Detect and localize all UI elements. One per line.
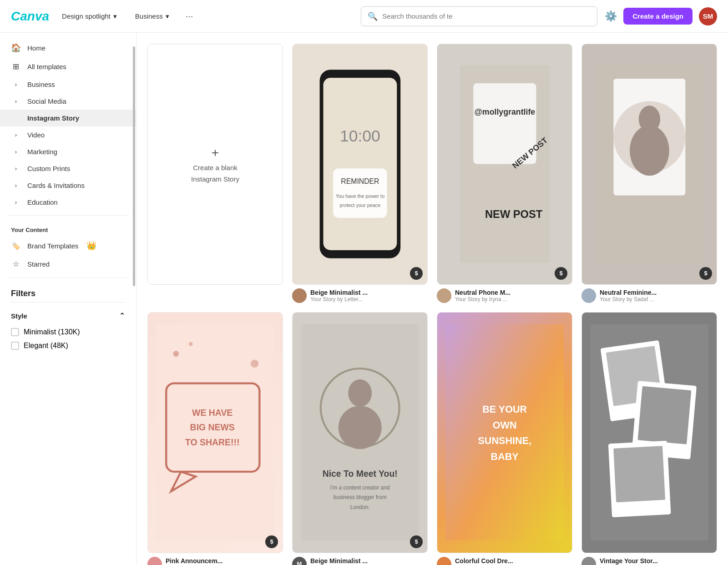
blank-template-thumb[interactable]: + Create a blank Instagram Story (147, 44, 283, 285)
template-info: Vintage Your Stor... Your Story by Rokso… (581, 557, 717, 565)
paid-badge: $ (265, 535, 278, 548)
elegant-label: Elegant (48K) (24, 342, 68, 350)
sidebar-item-home[interactable]: 🏠 Home (0, 38, 136, 57)
template-thumb-colorful: BE YOUR OWN SUNSHINE, BABY (437, 312, 572, 553)
svg-text:BE YOUR: BE YOUR (482, 404, 527, 415)
sidebar-item-education[interactable]: › Education (0, 194, 136, 211)
svg-text:London.: London. (350, 504, 370, 510)
template-text: Neutral Feminine... Your Story by Sadaf … (600, 289, 657, 303)
nav-design-spotlight[interactable]: Design spotlight ▾ (56, 9, 122, 24)
sidebar-item-business[interactable]: › Business (0, 76, 136, 93)
filter-minimalist[interactable]: Minimalist (130K) (11, 325, 125, 339)
sidebar-item-all-templates[interactable]: ⊞ All templates (0, 57, 136, 76)
template-avatar (581, 288, 596, 303)
templates-grid: + Create a blank Instagram Story 10:00 R… (147, 44, 717, 565)
template-avatar (292, 288, 307, 303)
template-visual: 10:00 REMINDER You have the power to pro… (293, 44, 427, 284)
template-info: Neutral Feminine... Your Story by Sadaf … (581, 288, 717, 303)
template-info: Beige Minimalist ... Your Story by Lette… (292, 288, 428, 303)
svg-point-32 (348, 379, 372, 407)
nav-business[interactable]: Business ▾ (130, 9, 175, 24)
nav-more-button[interactable]: ··· (182, 7, 197, 25)
sidebar-item-cards-invitations[interactable]: › Cards & Invitations (0, 177, 136, 194)
style-filter-header[interactable]: Style ⌃ (11, 306, 125, 325)
svg-text:TO SHARE!!!: TO SHARE!!! (185, 437, 239, 447)
search-input[interactable] (382, 12, 591, 20)
canva-logo[interactable]: Canva (11, 9, 49, 24)
template-subtitle: Your Story by Letter... (310, 296, 368, 303)
sidebar-item-label: Business (27, 81, 55, 88)
chevron-down-icon: ▾ (113, 12, 117, 20)
sidebar-item-custom-prints[interactable]: › Custom Prints (0, 160, 136, 177)
filter-elegant[interactable]: Elegant (48K) (11, 339, 125, 353)
svg-text:SUNSHINE,: SUNSHINE, (478, 435, 531, 447)
template-neutral-phone[interactable]: @mollygrantlife NEW POST NEW POST $ Neut… (437, 44, 572, 303)
template-thumb-beige: 10:00 REMINDER You have the power to pro… (292, 44, 428, 285)
sidebar-item-label: Instagram Story (27, 114, 79, 122)
svg-point-13 (437, 288, 451, 303)
paid-badge: $ (410, 267, 423, 280)
svg-text:NEW POST: NEW POST (485, 208, 543, 220)
filters-section: Filters Style ⌃ Minimalist (130K) Elegan… (0, 282, 136, 353)
template-thumb-pink: WE HAVE BIG NEWS TO SHARE!!! $ (147, 312, 283, 553)
svg-text:@mollygrantlife: @mollygrantlife (474, 107, 535, 116)
sidebar-item-social-media[interactable]: › Social Media (0, 93, 136, 110)
template-visual: WE HAVE BIG NEWS TO SHARE!!! (148, 313, 283, 553)
template-text: Vintage Your Stor... Your Story by Rokso… (600, 557, 658, 565)
blank-line2: Instagram Story (191, 175, 239, 183)
template-avatar (581, 557, 596, 565)
sidebar-divider (7, 215, 129, 216)
template-text: Neutral Phone M... Your Story by Iryna .… (455, 289, 511, 303)
template-title: Neutral Phone M... (455, 289, 511, 296)
chevron-down-icon: ▾ (166, 12, 169, 20)
chevron-right-icon: › (11, 199, 21, 206)
svg-point-29 (147, 557, 162, 565)
sidebar: 🏠 Home ⊞ All templates › Business › Soci… (0, 33, 136, 565)
template-thumb-phone: @mollygrantlife NEW POST NEW POST $ (437, 44, 572, 285)
chevron-right-icon: › (11, 131, 21, 138)
sidebar-item-label: Custom Prints (27, 165, 70, 172)
svg-point-7 (292, 288, 307, 303)
template-thumb-feminine: $ (581, 44, 717, 285)
template-title: Neutral Feminine... (600, 289, 657, 296)
svg-point-33 (338, 406, 381, 449)
your-content-label: Your Content (0, 220, 136, 236)
template-beige-minimalist[interactable]: 10:00 REMINDER You have the power to pro… (292, 44, 428, 303)
sidebar-item-brand-templates[interactable]: 🏷️ Brand Templates 👑 (0, 236, 136, 255)
template-colorful[interactable]: BE YOUR OWN SUNSHINE, BABY Colorful Cool… (437, 312, 572, 565)
template-visual: @mollygrantlife NEW POST NEW POST (437, 44, 572, 284)
settings-button[interactable]: ⚙️ (605, 10, 617, 22)
grid-icon: ⊞ (11, 62, 21, 71)
minimalist-checkbox[interactable] (11, 328, 19, 336)
template-avatar (437, 557, 451, 565)
sidebar-item-label: Home (27, 44, 46, 52)
paid-badge: $ (699, 267, 712, 280)
scrollbar[interactable] (133, 46, 135, 286)
svg-text:You have the power to: You have the power to (335, 194, 384, 199)
blank-template-card[interactable]: + Create a blank Instagram Story (147, 44, 283, 303)
avatar[interactable]: SM (699, 7, 717, 25)
elegant-checkbox[interactable] (11, 342, 19, 350)
create-design-button[interactable]: Create a design (623, 8, 693, 25)
header: Canva Design spotlight ▾ Business ▾ ··· … (0, 0, 728, 33)
paid-badge: $ (410, 535, 423, 548)
paid-badge: $ (555, 267, 567, 280)
sidebar-item-instagram-story[interactable]: › Instagram Story (0, 110, 136, 126)
chevron-right-icon: › (11, 81, 21, 88)
sidebar-item-video[interactable]: › Video (0, 126, 136, 143)
sidebar-item-starred[interactable]: ☆ Starred (0, 255, 136, 273)
template-info: Pink Announcem... Your Story by Marina..… (147, 557, 283, 565)
svg-text:BIG NEWS: BIG NEWS (190, 422, 234, 432)
sidebar-item-label: Brand Templates (27, 242, 78, 250)
template-vintage[interactable]: Vintage Your Stor... Your Story by Rokso… (581, 312, 717, 565)
svg-text:business blogger from: business blogger from (334, 494, 387, 500)
template-thumb-vintage (581, 312, 717, 553)
sidebar-divider-2 (7, 277, 129, 278)
template-info: M Beige Minimalist ... Your Story by Cre… (292, 557, 428, 565)
svg-text:I'm a content creator and: I'm a content creator and (330, 484, 390, 491)
template-neutral-feminine[interactable]: $ Neutral Feminine... Your Story by Sada… (581, 44, 717, 303)
chevron-up-icon: ⌃ (119, 312, 125, 320)
template-beige-minimalist-2[interactable]: Nice To Meet You! I'm a content creator … (292, 312, 428, 565)
template-pink-announcement[interactable]: WE HAVE BIG NEWS TO SHARE!!! $ Pink Anno… (147, 312, 283, 565)
sidebar-item-marketing[interactable]: › Marketing (0, 143, 136, 160)
